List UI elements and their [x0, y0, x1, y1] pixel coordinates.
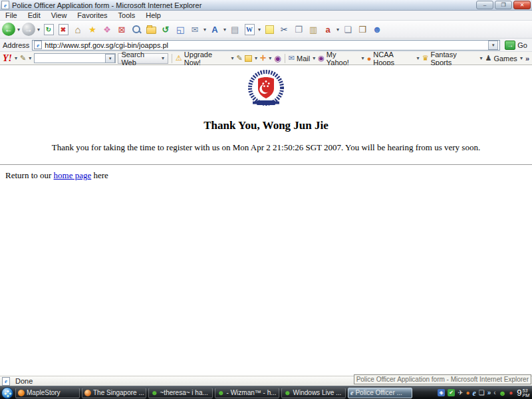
maplestory-icon [18, 390, 25, 396]
taskbar-clock[interactable]: 9 53 PM [517, 388, 529, 398]
messenger-button[interactable]: ☻ [370, 21, 384, 37]
mail-dropdown[interactable]: ▾ [203, 27, 206, 33]
yahoo-logo[interactable]: Y! [3, 53, 12, 64]
page-title: Thank You, Wong Jun Jie [0, 119, 532, 132]
tray-security-shield-icon[interactable]: ✔ [448, 389, 455, 396]
yahoo-mail-link[interactable]: Mail [297, 55, 310, 63]
paste-button[interactable]: ▥ [307, 21, 320, 37]
task-theresa[interactable]: ☻ ~theresa~ i ha... [148, 388, 213, 398]
my-yahoo-link[interactable]: My Yahoo! [327, 51, 359, 66]
plus-icon[interactable]: ✛ [260, 54, 266, 63]
pencil-dropdown[interactable]: ▾ [29, 55, 31, 61]
tray-app-blue-icon[interactable]: ◈ [438, 389, 445, 396]
edit-dropdown[interactable]: ▾ [258, 27, 261, 33]
plus-dropdown[interactable]: ▾ [269, 55, 271, 61]
menu-help[interactable]: Help [140, 11, 166, 19]
pencil-icon[interactable]: ✎ [20, 54, 26, 63]
my-yahoo-dropdown[interactable]: ▾ [362, 55, 364, 61]
copy-button[interactable]: ❐ [292, 21, 305, 37]
notepad-dropdown[interactable]: ▾ [255, 55, 257, 61]
add-page-button[interactable]: ❖ [100, 21, 114, 37]
task-wizman[interactable]: ☻ - Wizman™ - h... [215, 388, 279, 398]
search-web-dropdown: ▾ [162, 55, 164, 61]
task-label: Police Officer ... [355, 389, 402, 396]
messenger-icon: ☻ [372, 24, 382, 35]
minimize-button[interactable]: – [476, 1, 493, 9]
back-button[interactable]: ← [2, 21, 15, 37]
upgrade-now-link[interactable]: Upgrade Now! [184, 51, 229, 66]
status-page-icon: e [2, 377, 10, 386]
menu-file[interactable]: File [0, 11, 23, 19]
folders-button[interactable] [144, 21, 158, 37]
ncaa-hoops-link[interactable]: NCAA Hoops [373, 51, 414, 66]
address-dropdown[interactable]: ▾ [488, 41, 498, 50]
menu-favorites[interactable]: Favorites [72, 11, 112, 19]
tray-airplane-icon[interactable]: ✈ [458, 390, 463, 396]
menu-edit[interactable]: Edit [23, 11, 46, 19]
back-dropdown[interactable]: ▾ [17, 27, 20, 33]
games-dropdown[interactable]: ▾ [520, 55, 523, 61]
home-button[interactable]: ⌂ [71, 21, 84, 37]
yahoo-search-input[interactable] [35, 55, 105, 63]
translate-button[interactable]: a [321, 21, 334, 37]
upgrade-dropdown[interactable]: ▾ [231, 55, 233, 61]
toolbar-overflow-chevron[interactable]: » [525, 55, 529, 63]
favorites-button[interactable]: ★ [86, 21, 99, 37]
font-size-dropdown[interactable]: ▾ [223, 27, 226, 33]
forward-button[interactable]: → [22, 21, 35, 37]
tray-internet-explorer-icon[interactable]: e [472, 390, 475, 396]
status-text: Done [15, 377, 33, 385]
preview-button[interactable]: ❏ [341, 21, 354, 37]
ncaa-dropdown[interactable]: ▾ [417, 55, 420, 61]
stop-button[interactable]: ✖ [57, 21, 70, 37]
font-size-button[interactable]: A [208, 21, 221, 37]
tray-red-icon[interactable]: ● [509, 389, 513, 396]
yahoo-search-dropdown[interactable]: ▾ [105, 54, 115, 63]
yahoo-apps-icon[interactable]: ◉ [274, 54, 281, 63]
edit-word-button[interactable]: W [243, 21, 256, 37]
mail-button[interactable]: ✉ [188, 21, 201, 37]
title-bar[interactable]: e Police Officer Application form - Micr… [0, 0, 532, 11]
close-button[interactable]: ✕ [513, 1, 531, 9]
tray-overflow-chevron[interactable]: » [487, 389, 491, 396]
separator [172, 54, 172, 63]
tray-document-icon[interactable]: ❏ [479, 390, 485, 396]
menu-tools[interactable]: Tools [113, 11, 141, 19]
tray-firefox-icon[interactable]: ● [466, 390, 469, 396]
tray-collapse-arrow[interactable]: ‹ [493, 390, 495, 396]
menu-view[interactable]: View [46, 11, 72, 19]
task-police-officer[interactable]: e Police Officer ... [348, 388, 412, 398]
research-button[interactable]: ❒ [356, 21, 369, 37]
task-maplestory[interactable]: MapleStory [15, 388, 80, 398]
refresh-button[interactable]: ↻ [42, 21, 55, 37]
edit-pencil-icon[interactable]: ✎ [236, 54, 242, 63]
task-windows-live[interactable]: ☻ Windows Live ... [281, 388, 346, 398]
yahoo-logo-dropdown[interactable]: ▾ [15, 55, 17, 61]
search-web-button[interactable]: Search Web ▾ [118, 53, 168, 64]
fantasy-dropdown[interactable]: ▾ [480, 55, 483, 61]
remove-page-button[interactable]: ⊠ [115, 21, 128, 37]
address-input[interactable] [45, 41, 488, 49]
task-label: - Wizman™ - h... [227, 389, 277, 396]
fullscreen-button[interactable]: ◱ [174, 21, 187, 37]
forward-dropdown[interactable]: ▾ [37, 27, 40, 33]
print-button[interactable]: ▤ [228, 21, 241, 37]
start-button[interactable] [1, 387, 13, 399]
cut-button[interactable]: ✂ [277, 21, 291, 37]
translate-dropdown[interactable]: ▾ [336, 27, 339, 33]
notes-button[interactable] [263, 21, 276, 37]
copy-icon: ❐ [295, 25, 303, 35]
history-button[interactable]: ↺ [159, 21, 172, 37]
games-link[interactable]: Games [493, 55, 517, 63]
tray-messenger-icon[interactable]: ☻ [499, 390, 507, 396]
search-button[interactable] [130, 21, 143, 37]
go-button[interactable]: → Go [503, 41, 529, 50]
go-label: Go [517, 41, 527, 49]
fantasy-sports-link[interactable]: Fantasy Sports [431, 51, 477, 66]
task-the-singapore[interactable]: The Singapore ... [82, 388, 146, 398]
notepad-icon[interactable] [245, 55, 252, 62]
msn-messenger-icon: ☻ [217, 390, 225, 396]
restore-button[interactable]: ❐ [495, 1, 512, 9]
mail-dropdown[interactable]: ▾ [313, 55, 315, 61]
home-page-link[interactable]: home page [54, 170, 92, 180]
